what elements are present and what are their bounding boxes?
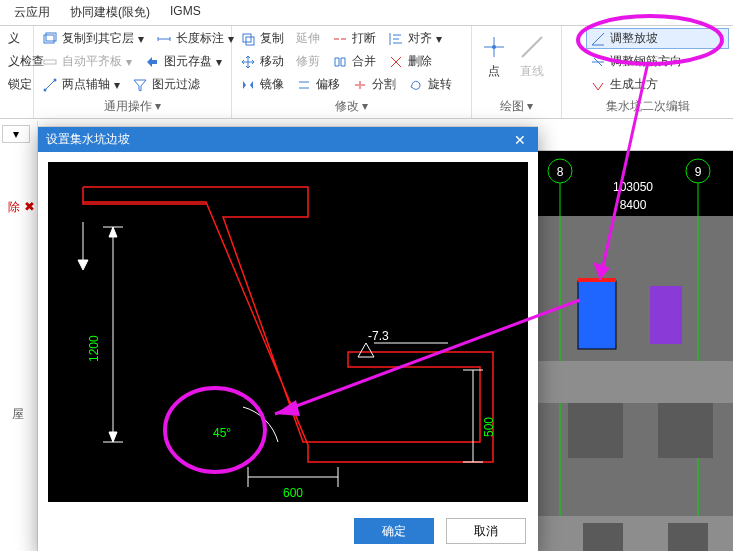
dim-width: 600: [283, 486, 303, 500]
dim-height: 1200: [87, 335, 101, 362]
slope-dialog: 设置集水坑边坡 ✕: [38, 127, 538, 551]
extend-button[interactable]: 延伸: [292, 28, 324, 49]
length-dim-button[interactable]: 长度标注 ▾: [152, 28, 238, 49]
trim-label: 修剪: [296, 53, 320, 70]
merge-icon: [332, 54, 348, 70]
mirror-icon: [240, 77, 256, 93]
copy-label: 复制: [260, 30, 284, 47]
svg-line-11: [522, 37, 542, 57]
move-button[interactable]: 移动: [236, 51, 288, 72]
delete-button[interactable]: 删除: [384, 51, 436, 72]
gridline-8: 8: [557, 165, 564, 179]
group-label-modify: 修改 ▾: [236, 97, 467, 116]
left-dropdown[interactable]: ▾: [2, 125, 30, 143]
svg-rect-25: [668, 523, 708, 551]
split-button[interactable]: 分割: [348, 74, 400, 95]
rotate-icon: [408, 77, 424, 93]
length-dim-label: 长度标注: [176, 30, 224, 47]
element-filter-label: 图元过滤: [152, 76, 200, 93]
auto-level-button[interactable]: 自动平齐板 ▾: [38, 51, 136, 72]
slope-icon: [590, 31, 606, 47]
rotate-button[interactable]: 旋转: [404, 74, 456, 95]
gridline-9: 9: [695, 165, 702, 179]
group-label-general: 通用操作 ▾: [38, 97, 227, 116]
dialog-close-button[interactable]: ✕: [510, 132, 530, 148]
svg-rect-2: [44, 60, 56, 64]
svg-rect-22: [568, 403, 623, 458]
move-label: 移动: [260, 53, 284, 70]
svg-point-10: [492, 45, 496, 49]
point-button[interactable]: 点: [476, 28, 512, 84]
svg-rect-19: [578, 281, 616, 349]
break-icon: [332, 31, 348, 47]
trim-button[interactable]: 修剪: [292, 51, 324, 72]
adjust-slope-label: 调整放坡: [610, 30, 658, 47]
adjust-slope-button[interactable]: 调整放坡: [586, 28, 729, 49]
generate-earth-button[interactable]: 生成土方: [586, 74, 729, 95]
delete-label: 删除: [408, 53, 432, 70]
offset-label: 偏移: [316, 76, 340, 93]
copy-to-layer-label: 复制到其它层: [62, 30, 134, 47]
rotate-label: 旋转: [428, 76, 452, 93]
left-label: 屋: [12, 406, 24, 423]
rebar-icon: [590, 54, 606, 70]
align-icon: [388, 31, 404, 47]
adjust-rebar-button[interactable]: 调整钢筋方向: [586, 51, 729, 72]
view-toolbar: [538, 121, 733, 151]
merge-button[interactable]: 合并: [328, 51, 380, 72]
extend-label: 延伸: [296, 30, 320, 47]
point-label: 点: [488, 63, 500, 80]
level-icon: [42, 54, 58, 70]
left-delete[interactable]: 除 ✖: [8, 199, 35, 216]
model-view[interactable]: 8 9 103050 8400: [538, 121, 733, 551]
delete-icon: [388, 54, 404, 70]
tab-model[interactable]: 协同建模(限免): [70, 4, 150, 21]
element-save-label: 图元存盘: [164, 53, 212, 70]
line-button[interactable]: 直线: [514, 28, 550, 84]
dialog-titlebar[interactable]: 设置集水坑边坡 ✕: [38, 127, 538, 152]
svg-rect-23: [658, 403, 713, 458]
copy-icon: [240, 31, 256, 47]
copy-to-layer-button[interactable]: 复制到其它层 ▾: [38, 28, 148, 49]
group-label-draw: 绘图 ▾: [476, 97, 557, 116]
dialog-title: 设置集水坑边坡: [46, 131, 130, 148]
svg-rect-20: [578, 278, 616, 282]
break-label: 打断: [352, 30, 376, 47]
span2-label: 8400: [620, 198, 647, 212]
svg-point-4: [44, 88, 47, 91]
tab-cloud[interactable]: 云应用: [14, 4, 50, 21]
frag-define[interactable]: 义: [4, 28, 29, 49]
section-drawing: 1200 600 500 45° -7.3: [48, 162, 528, 502]
svg-rect-21: [650, 286, 682, 344]
adjust-rebar-label: 调整钢筋方向: [610, 53, 682, 70]
top-tabs: 云应用 协同建模(限免) IGMS: [0, 0, 733, 26]
split-icon: [352, 77, 368, 93]
auto-level-label: 自动平齐板: [62, 53, 122, 70]
line-icon: [518, 33, 546, 61]
move-icon: [240, 54, 256, 70]
earth-icon: [590, 77, 606, 93]
ruler-icon: [156, 31, 172, 47]
copy-button[interactable]: 复制: [236, 28, 288, 49]
tab-igms[interactable]: IGMS: [170, 4, 201, 21]
copy-layer-icon: [42, 31, 58, 47]
merge-label: 合并: [352, 53, 376, 70]
align-label: 对齐: [408, 30, 432, 47]
elevation-value: -7.3: [368, 329, 389, 343]
frag-lock[interactable]: 锁定: [4, 74, 29, 95]
frag-check[interactable]: 义检查: [4, 51, 29, 72]
mirror-label: 镜像: [260, 76, 284, 93]
element-save-button[interactable]: 图元存盘 ▾: [140, 51, 226, 72]
offset-button[interactable]: 偏移: [292, 74, 344, 95]
cancel-button[interactable]: 取消: [446, 518, 526, 544]
ok-button[interactable]: 确定: [354, 518, 434, 544]
svg-point-5: [54, 78, 57, 81]
mirror-button[interactable]: 镜像: [236, 74, 288, 95]
element-filter-button[interactable]: 图元过滤: [128, 74, 204, 95]
left-panel: ▾ 除 ✖ 屋: [0, 121, 38, 551]
svg-rect-17: [538, 361, 733, 403]
break-button[interactable]: 打断: [328, 28, 380, 49]
align-button[interactable]: 对齐 ▾: [384, 28, 446, 49]
two-point-axis-button[interactable]: 两点辅轴 ▾: [38, 74, 124, 95]
svg-rect-7: [246, 37, 254, 45]
